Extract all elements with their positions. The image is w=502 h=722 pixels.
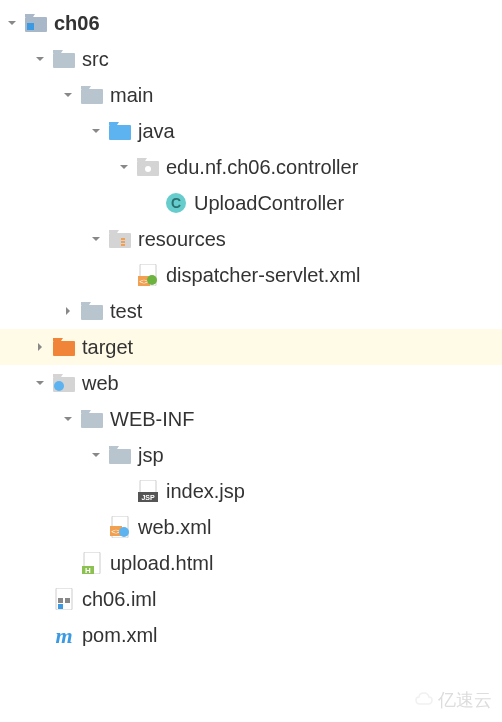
- svg-rect-21: [81, 413, 103, 428]
- watermark: 亿速云: [414, 688, 492, 712]
- tree-label: edu.nf.ch06.controller: [166, 156, 358, 179]
- folder-icon: [80, 407, 104, 431]
- svg-rect-36: [58, 604, 63, 609]
- svg-rect-1: [27, 23, 34, 30]
- chevron-down-icon[interactable]: [116, 159, 132, 175]
- svg-point-16: [147, 275, 157, 285]
- chevron-down-icon[interactable]: [88, 231, 104, 247]
- tree-row-package[interactable]: edu.nf.ch06.controller: [0, 149, 502, 185]
- chevron-right-icon[interactable]: [32, 339, 48, 355]
- chevron-down-icon[interactable]: [88, 447, 104, 463]
- svg-rect-10: [121, 238, 125, 240]
- svg-rect-17: [81, 305, 103, 320]
- tree-row-pom[interactable]: m pom.xml: [0, 617, 502, 653]
- tree-row-main[interactable]: main: [0, 77, 502, 113]
- svg-text:H: H: [85, 566, 91, 574]
- tree-row-uploadcontroller[interactable]: C UploadController: [0, 185, 502, 221]
- svg-rect-22: [109, 449, 131, 464]
- tree-row-dispatcher[interactable]: <> dispatcher-servlet.xml: [0, 257, 502, 293]
- project-tree: ch06 src main java: [0, 0, 502, 653]
- chevron-down-icon[interactable]: [32, 375, 48, 391]
- webxml-file-icon: <>: [108, 515, 132, 539]
- folder-icon: [80, 83, 104, 107]
- svg-text:m: m: [55, 624, 72, 646]
- tree-row-target[interactable]: target: [0, 329, 502, 365]
- tree-row-webinf[interactable]: WEB-INF: [0, 401, 502, 437]
- tree-label: upload.html: [110, 552, 213, 575]
- excluded-folder-icon: [52, 335, 76, 359]
- chevron-down-icon[interactable]: [32, 51, 48, 67]
- svg-rect-4: [109, 125, 131, 140]
- package-icon: [136, 155, 160, 179]
- module-folder-icon: [24, 11, 48, 35]
- svg-point-20: [54, 381, 64, 391]
- resources-folder-icon: [108, 227, 132, 251]
- svg-point-29: [119, 527, 129, 537]
- tree-label: pom.xml: [82, 624, 158, 647]
- tree-label: index.jsp: [166, 480, 245, 503]
- tree-row-webxml[interactable]: <> web.xml: [0, 509, 502, 545]
- folder-icon: [80, 299, 104, 323]
- tree-label: src: [82, 48, 109, 71]
- tree-label: web: [82, 372, 119, 395]
- tree-row-test[interactable]: test: [0, 293, 502, 329]
- web-folder-icon: [52, 371, 76, 395]
- svg-rect-2: [53, 53, 75, 68]
- tree-label: jsp: [138, 444, 164, 467]
- iml-file-icon: [52, 587, 76, 611]
- tree-row-web[interactable]: web: [0, 365, 502, 401]
- tree-label: dispatcher-servlet.xml: [166, 264, 361, 287]
- svg-rect-34: [58, 598, 63, 603]
- svg-text:C: C: [171, 195, 181, 211]
- svg-rect-11: [121, 241, 125, 243]
- svg-rect-35: [65, 598, 70, 603]
- tree-label: target: [82, 336, 133, 359]
- tree-label: java: [138, 120, 175, 143]
- svg-point-6: [145, 166, 151, 172]
- tree-label: UploadController: [194, 192, 344, 215]
- tree-row-ch06[interactable]: ch06: [0, 5, 502, 41]
- svg-rect-12: [121, 244, 125, 246]
- chevron-right-icon[interactable]: [60, 303, 76, 319]
- maven-file-icon: m: [52, 623, 76, 647]
- svg-rect-9: [109, 233, 131, 248]
- chevron-down-icon[interactable]: [60, 87, 76, 103]
- tree-label: ch06.iml: [82, 588, 156, 611]
- source-folder-icon: [108, 119, 132, 143]
- class-icon: C: [164, 191, 188, 215]
- folder-icon: [52, 47, 76, 71]
- tree-label: web.xml: [138, 516, 211, 539]
- tree-label: main: [110, 84, 153, 107]
- tree-row-uploadhtml[interactable]: H upload.html: [0, 545, 502, 581]
- tree-row-resources[interactable]: resources: [0, 221, 502, 257]
- tree-label: ch06: [54, 12, 100, 35]
- spring-xml-icon: <>: [136, 263, 160, 287]
- tree-row-iml[interactable]: ch06.iml: [0, 581, 502, 617]
- svg-rect-18: [53, 341, 75, 356]
- tree-label: test: [110, 300, 142, 323]
- tree-label: resources: [138, 228, 226, 251]
- tree-row-jsp[interactable]: jsp: [0, 437, 502, 473]
- chevron-down-icon[interactable]: [88, 123, 104, 139]
- tree-row-indexjsp[interactable]: JSP index.jsp: [0, 473, 502, 509]
- folder-icon: [108, 443, 132, 467]
- jsp-file-icon: JSP: [136, 479, 160, 503]
- chevron-down-icon[interactable]: [4, 15, 20, 31]
- chevron-down-icon[interactable]: [60, 411, 76, 427]
- html-file-icon: H: [80, 551, 104, 575]
- tree-label: WEB-INF: [110, 408, 194, 431]
- svg-rect-3: [81, 89, 103, 104]
- tree-row-src[interactable]: src: [0, 41, 502, 77]
- svg-text:JSP: JSP: [141, 494, 155, 501]
- tree-row-java[interactable]: java: [0, 113, 502, 149]
